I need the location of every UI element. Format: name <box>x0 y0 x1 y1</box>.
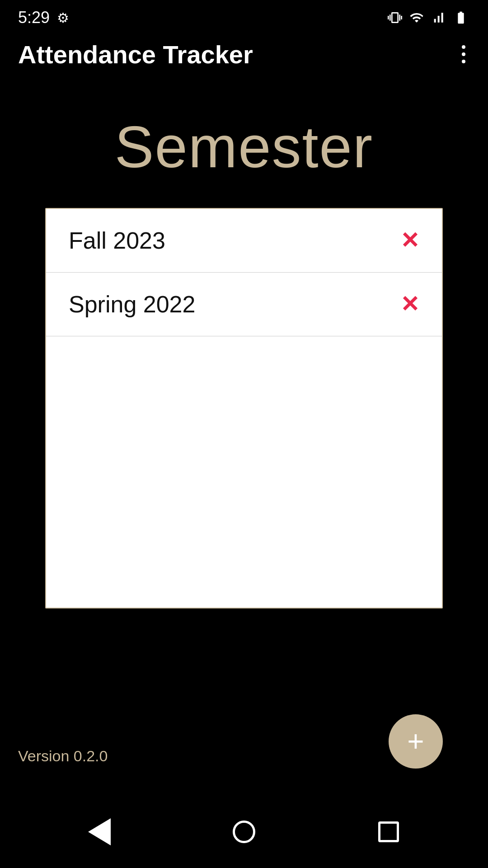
status-bar-right <box>388 10 470 25</box>
delete-semester-button-fall-2023[interactable]: ✕ <box>400 227 419 254</box>
bottom-nav-bar <box>0 796 488 868</box>
wifi-icon <box>408 10 425 25</box>
nav-back-button[interactable] <box>81 814 117 850</box>
recents-icon <box>378 821 399 842</box>
semester-item-fall-2023[interactable]: Fall 2023 ✕ <box>46 209 442 273</box>
settings-status-icon: ⚙ <box>57 10 69 26</box>
nav-recents-button[interactable] <box>371 814 407 850</box>
more-dot-3 <box>462 60 465 63</box>
battery-icon <box>452 10 470 25</box>
add-icon: + <box>407 727 424 756</box>
semester-list-empty-area <box>46 336 442 608</box>
back-icon <box>88 818 111 845</box>
status-bar-left: 5:29 ⚙ <box>18 8 69 27</box>
semester-item-spring-2022[interactable]: Spring 2022 ✕ <box>46 273 442 336</box>
add-semester-fab[interactable]: + <box>389 714 443 769</box>
semester-item-name: Fall 2023 <box>69 227 165 254</box>
vibrate-icon <box>388 10 402 25</box>
more-options-button[interactable] <box>457 41 470 68</box>
app-bar: Attendance Tracker <box>0 32 488 77</box>
home-icon <box>233 821 255 843</box>
delete-semester-button-spring-2022[interactable]: ✕ <box>400 291 419 317</box>
status-bar: 5:29 ⚙ <box>0 0 488 32</box>
version-text: Version 0.2.0 <box>18 747 108 765</box>
app-title: Attendance Tracker <box>18 40 253 69</box>
signal-icon <box>431 10 446 25</box>
semester-heading-container: Semester <box>0 77 488 208</box>
more-dot-1 <box>462 45 465 49</box>
more-dot-2 <box>462 52 465 56</box>
status-time: 5:29 <box>18 8 50 27</box>
semester-heading: Semester <box>115 113 373 181</box>
nav-home-button[interactable] <box>226 814 262 850</box>
semester-item-name: Spring 2022 <box>69 291 195 318</box>
semester-list: Fall 2023 ✕ Spring 2022 ✕ <box>45 208 443 609</box>
